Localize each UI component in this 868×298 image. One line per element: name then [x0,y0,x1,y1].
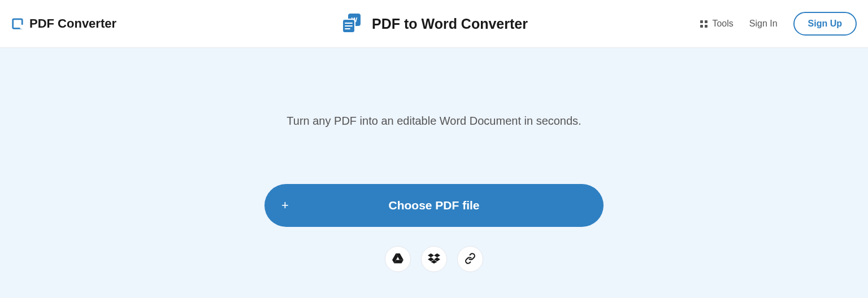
signin-link[interactable]: Sign In [749,19,778,29]
dropbox-icon [428,253,440,265]
dropbox-button[interactable] [421,246,447,272]
google-drive-button[interactable] [385,246,411,272]
tools-menu[interactable]: Tools [700,19,733,29]
url-link-button[interactable] [457,246,483,272]
hero-section: Turn any PDF into an editable Word Docum… [0,48,868,298]
header-actions: Tools Sign In Sign Up [700,12,857,36]
app-header: PDF Converter W PDF to Word Converter To… [0,0,868,48]
choose-file-button[interactable]: + Choose PDF file [264,184,604,227]
pdf-to-word-icon: W [340,12,363,35]
plus-icon: + [281,198,289,213]
page-title: PDF to Word Converter [372,16,528,32]
hero-subtitle: Turn any PDF into an editable Word Docum… [287,115,581,128]
svg-marker-12 [434,253,440,257]
tools-label: Tools [712,19,733,29]
signup-button[interactable]: Sign Up [793,12,857,36]
choose-file-label: Choose PDF file [388,199,479,212]
brand-name: PDF Converter [29,16,116,31]
svg-rect-1 [20,25,24,29]
google-drive-icon [392,253,403,265]
svg-marker-11 [428,253,434,257]
apps-grid-icon [700,20,708,28]
page-title-container: W PDF to Word Converter [340,12,528,35]
link-icon [465,253,476,266]
upload-sources [385,246,483,272]
brand-logo-icon [11,17,24,30]
brand[interactable]: PDF Converter [11,16,116,31]
